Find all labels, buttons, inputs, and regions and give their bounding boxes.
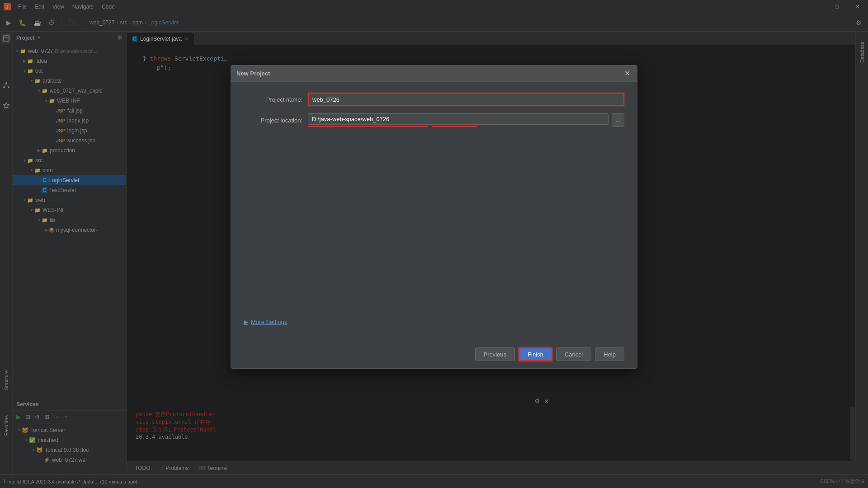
- previous-button[interactable]: Previous: [475, 347, 515, 361]
- new-project-dialog: New Project ✕ Project name: Project loca…: [231, 65, 637, 369]
- help-button[interactable]: Help: [595, 347, 624, 361]
- dialog-title: New Project: [236, 70, 623, 77]
- location-input-wrapper: [308, 113, 609, 127]
- project-location-input[interactable]: [308, 113, 609, 125]
- dialog-body: Project name: Project location: …: [231, 82, 637, 340]
- browse-button[interactable]: …: [612, 113, 624, 127]
- underline-error-1: [308, 126, 428, 127]
- underline-error-2: [432, 126, 477, 127]
- more-settings-toggle[interactable]: ▶ More Settings: [244, 315, 624, 329]
- dialog-close-button[interactable]: ✕: [623, 69, 632, 78]
- project-name-row: Project name:: [244, 93, 624, 106]
- project-location-container: …: [308, 113, 624, 127]
- finish-button[interactable]: Finish: [519, 347, 552, 361]
- dialog-spacer: [244, 134, 624, 315]
- dialog-footer: Previous Finish Cancel Help: [231, 340, 637, 368]
- more-settings-arrow: ▶: [244, 319, 248, 325]
- project-location-label: Project location:: [244, 117, 302, 124]
- project-location-row: Project location: …: [244, 113, 624, 127]
- project-name-label: Project name:: [244, 96, 302, 103]
- cancel-button[interactable]: Cancel: [556, 347, 591, 361]
- project-name-input[interactable]: [308, 93, 624, 106]
- dialog-overlay: New Project ✕ Project name: Project loca…: [0, 0, 868, 488]
- more-settings-label: More Settings: [251, 319, 287, 325]
- underline-errors: [308, 126, 609, 127]
- dialog-titlebar: New Project ✕: [231, 66, 637, 82]
